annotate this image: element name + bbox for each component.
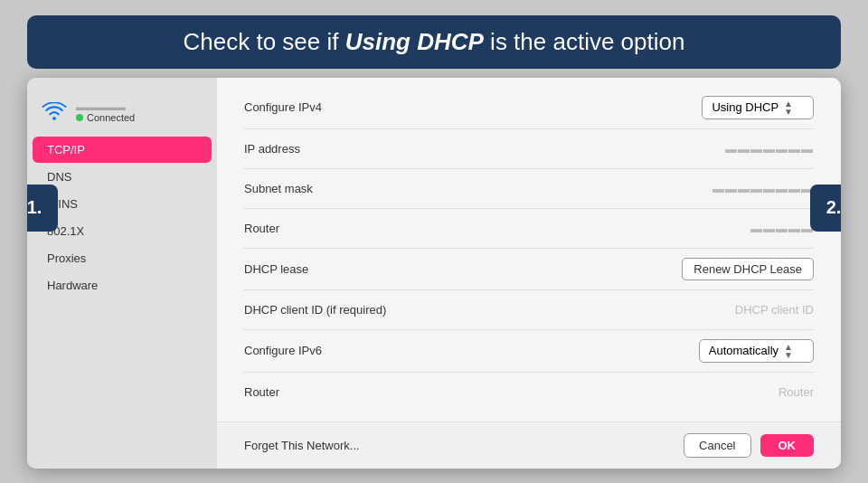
select-arrows-ipv6-icon: ▲▼ <box>784 343 793 359</box>
network-status: Connected <box>76 112 135 123</box>
step-1-badge: 1. <box>27 185 58 232</box>
status-label: Connected <box>87 112 135 123</box>
dhcp-lease-label: DHCP lease <box>244 262 308 276</box>
subnet-mask-value: ▬▬▬▬▬▬▬▬ <box>712 182 814 195</box>
configure-ipv6-row: Configure IPv6 Automatically ▲▼ <box>244 330 814 373</box>
ip-address-row: IP address ▬▬▬▬▬▬▬ <box>244 129 814 169</box>
nav-item-proxies[interactable]: Proxies <box>33 245 212 271</box>
network-info: ▬▬▬▬▬ Connected <box>76 101 135 123</box>
select-arrows-icon: ▲▼ <box>784 99 793 116</box>
router-row: Router ▬▬▬▬▬ <box>244 209 814 249</box>
router-value: ▬▬▬▬▬ <box>750 222 814 235</box>
ip-address-value: ▬▬▬▬▬▬▬ <box>725 142 814 156</box>
router-ipv6-value: Router <box>778 385 814 399</box>
configure-ipv4-row: Configure IPv4 Using DHCP ▲▼ <box>244 87 814 129</box>
dhcp-client-id-value: DHCP client ID <box>735 303 814 317</box>
step-2-badge: 2. <box>810 185 841 232</box>
content-area: Configure IPv4 Using DHCP ▲▼ IP address … <box>217 78 841 469</box>
subnet-mask-row: Subnet mask ▬▬▬▬▬▬▬▬ <box>244 169 814 209</box>
dialog: 1. ▬▬▬▬▬ Connected T <box>27 78 841 469</box>
nav-item-tcpip[interactable]: TCP/IP <box>33 137 212 163</box>
router-ipv6-row: Router Router <box>244 373 814 412</box>
network-name: ▬▬▬▬▬ <box>76 101 135 112</box>
configure-ipv6-value: Automatically <box>709 344 778 357</box>
nav-item-8021x[interactable]: 802.1X <box>33 218 212 244</box>
router-ipv6-label: Router <box>244 385 279 399</box>
banner-highlight: Using DHCP <box>345 28 484 55</box>
ok-button[interactable]: OK <box>760 434 815 457</box>
nav-item-hardware[interactable]: Hardware <box>33 272 212 298</box>
nav-item-wins[interactable]: WINS <box>33 191 212 217</box>
forget-network-link[interactable]: Forget This Network... <box>244 439 360 452</box>
cancel-button[interactable]: Cancel <box>684 433 750 458</box>
network-header: ▬▬▬▬▬ Connected <box>27 92 217 136</box>
banner-text: Check to see if Using DHCP is the active… <box>184 28 685 55</box>
configure-ipv4-label: Configure IPv4 <box>244 100 322 114</box>
status-dot <box>76 114 83 121</box>
nav-item-dns[interactable]: DNS <box>33 164 212 190</box>
configure-ipv6-label: Configure IPv6 <box>244 344 322 357</box>
footer-buttons: Cancel OK <box>684 433 814 458</box>
dialog-footer: Forget This Network... Cancel OK <box>217 421 841 469</box>
dhcp-client-id-label: DHCP client ID (if required) <box>244 303 386 317</box>
router-label: Router <box>244 222 279 235</box>
dhcp-client-id-row: DHCP client ID (if required) DHCP client… <box>244 290 814 330</box>
sidebar: ▬▬▬▬▬ Connected TCP/IP DNS WINS 802.1X P… <box>27 78 217 469</box>
renew-dhcp-button[interactable]: Renew DHCP Lease <box>682 258 814 280</box>
form-area: Configure IPv4 Using DHCP ▲▼ IP address … <box>217 78 841 421</box>
ip-address-label: IP address <box>244 142 300 156</box>
svg-point-0 <box>52 117 56 120</box>
configure-ipv4-select[interactable]: Using DHCP ▲▼ <box>702 96 814 119</box>
dhcp-lease-row: DHCP lease Renew DHCP Lease <box>244 249 814 290</box>
instruction-banner: Check to see if Using DHCP is the active… <box>27 15 841 69</box>
subnet-mask-label: Subnet mask <box>244 182 313 195</box>
configure-ipv6-select[interactable]: Automatically ▲▼ <box>699 339 814 363</box>
wifi-icon <box>42 99 67 125</box>
configure-ipv4-value: Using DHCP <box>712 100 778 114</box>
